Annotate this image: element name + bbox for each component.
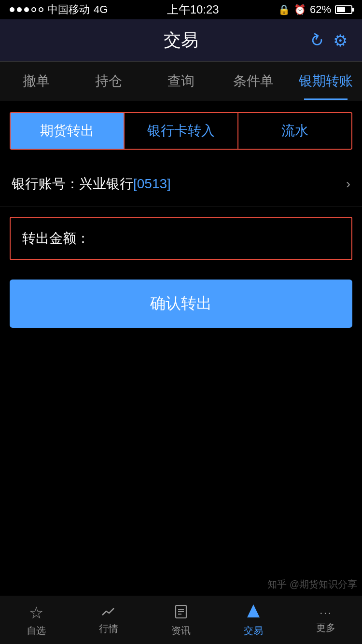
bottom-nav-自选[interactable]: ☆ 自选	[0, 598, 72, 642]
battery-icon	[335, 5, 352, 14]
tab-撤单[interactable]: 撤单	[0, 62, 72, 100]
news-icon	[175, 603, 187, 622]
nav-tabs: 撤单 持仓 查询 条件单 银期转账	[0, 62, 362, 100]
page-title: 交易	[164, 28, 198, 52]
tab-条件单[interactable]: 条件单	[217, 62, 290, 100]
sub-tabs: 期货转出 银行卡转入 流水	[10, 112, 352, 150]
bank-account-highlight: [0513]	[133, 176, 171, 191]
bank-account-prefix: 银行账号：兴业银行	[12, 176, 133, 191]
watermark-line1: 知乎 @期货知识分享	[267, 579, 357, 589]
bank-account-row[interactable]: 银行账号：兴业银行[0513] ›	[0, 161, 362, 207]
settings-icon[interactable]: ⚙	[333, 31, 348, 50]
lock-icon: 🔒	[278, 4, 290, 15]
bottom-nav-交易[interactable]: 交易	[217, 599, 290, 642]
battery-percent: 62%	[310, 3, 331, 16]
bottom-nav-label-资讯: 资讯	[171, 624, 191, 637]
tab-持仓[interactable]: 持仓	[72, 62, 145, 100]
tab-查询[interactable]: 查询	[145, 62, 217, 100]
network-label: 4G	[94, 3, 108, 16]
dot2	[17, 7, 22, 12]
watermark: 知乎 @期货知识分享	[267, 577, 357, 591]
chart-icon	[101, 605, 116, 620]
bottom-nav-行情[interactable]: 行情	[72, 600, 145, 640]
amount-label: 转出金额：	[22, 229, 90, 248]
trade-icon	[247, 603, 260, 622]
status-time: 上午10:23	[167, 2, 219, 17]
signal-dots	[10, 7, 43, 12]
status-right: 🔒 ⏰ 62%	[278, 3, 352, 16]
dot5	[39, 7, 43, 12]
bottom-nav-label-行情: 行情	[99, 622, 118, 635]
tab-银期转账[interactable]: 银期转账	[290, 62, 362, 100]
refresh-icon[interactable]: ↻	[306, 28, 327, 52]
dot4	[31, 7, 36, 12]
carrier-label: 中国移动	[47, 2, 90, 17]
battery-fill	[337, 7, 345, 12]
bottom-nav: ☆ 自选 行情 资讯 交易 ··· 更多	[0, 596, 362, 644]
subtab-流水[interactable]: 流水	[238, 113, 351, 149]
bottom-nav-资讯[interactable]: 资讯	[145, 599, 217, 642]
chevron-right-icon: ›	[346, 176, 350, 192]
dot1	[10, 7, 14, 12]
bottom-nav-label-交易: 交易	[244, 624, 263, 637]
status-left: 中国移动 4G	[10, 2, 108, 17]
bottom-nav-label-更多: 更多	[316, 621, 335, 634]
alarm-icon: ⏰	[294, 4, 306, 15]
bottom-nav-label-自选: 自选	[27, 624, 46, 637]
bottom-nav-更多[interactable]: ··· 更多	[290, 601, 362, 639]
subtab-期货转出[interactable]: 期货转出	[11, 113, 125, 149]
status-bar: 中国移动 4G 上午10:23 🔒 ⏰ 62%	[0, 0, 362, 19]
star-icon: ☆	[29, 603, 43, 622]
bank-account-label: 银行账号：兴业银行[0513]	[12, 175, 171, 193]
subtab-银行卡转入[interactable]: 银行卡转入	[125, 113, 238, 149]
header-icons: ↻ ⚙	[310, 31, 348, 50]
confirm-transfer-button[interactable]: 确认转出	[10, 280, 352, 328]
amount-input[interactable]	[90, 231, 340, 246]
dot3	[24, 7, 29, 12]
svg-marker-4	[247, 604, 260, 617]
amount-row[interactable]: 转出金额：	[10, 217, 352, 260]
more-icon: ···	[320, 606, 332, 619]
header: 交易 ↻ ⚙	[0, 19, 362, 62]
